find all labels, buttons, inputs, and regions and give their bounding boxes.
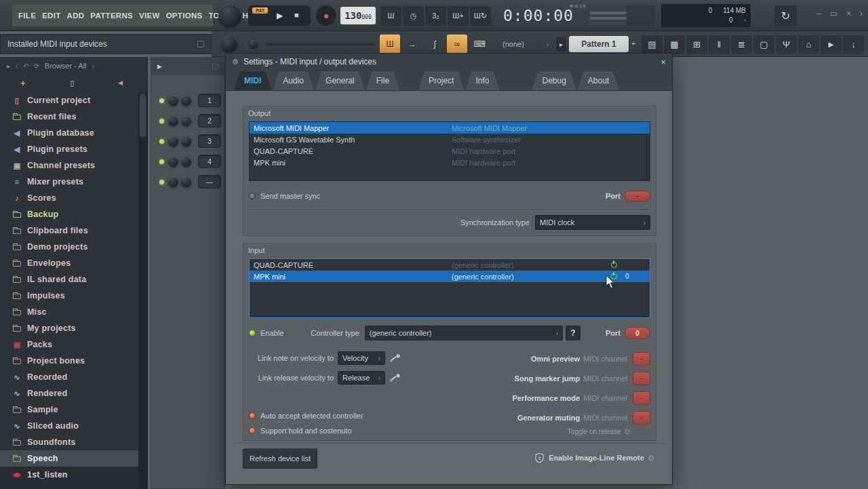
tab-debug[interactable]: Debug [532, 71, 576, 90]
controller-type-dropdown[interactable]: (generic controller) › [365, 326, 563, 340]
menu-edit[interactable]: EDIT [42, 12, 60, 20]
controller-select[interactable]: (none) › [498, 37, 553, 52]
browser-item-scores[interactable]: ♪Scores [0, 190, 138, 206]
browser-item-clipboard-files[interactable]: Clipboard files [0, 222, 138, 239]
blend-recording-icon[interactable]: Ш+ [448, 5, 469, 26]
tab-general[interactable]: General [315, 71, 365, 90]
up-icon[interactable]: ↑ [15, 62, 18, 70]
browser-item-sliced-audio[interactable]: ∿Sliced audio [0, 418, 138, 434]
tab-about[interactable]: About [578, 71, 619, 90]
volume-knob[interactable] [181, 116, 191, 126]
channel-led[interactable] [159, 119, 164, 123]
browser-item-current-project[interactable]: ▯Current project [0, 92, 138, 109]
track-number-button[interactable]: — [198, 175, 221, 189]
input-port-selector[interactable]: 0 [625, 327, 650, 339]
generator-muting-channel-selector[interactable]: – [633, 411, 650, 425]
input-device-row[interactable]: QUAD-CAPTURE(generic controller) [250, 259, 650, 271]
auto-accept-led[interactable] [249, 412, 256, 419]
rack-menu-icon[interactable] [212, 64, 218, 70]
browser-item-my-projects[interactable]: My projects [0, 320, 138, 336]
shuffle-knob[interactable] [221, 36, 237, 52]
lamp-icon[interactable]: ⌂ [798, 35, 819, 54]
browser-item-plugin-database[interactable]: ◀Plugin database [0, 125, 138, 141]
tab-info[interactable]: Info [465, 71, 499, 90]
input-device-row[interactable]: MPK mini(generic controller)0 [250, 271, 650, 282]
enable-led[interactable] [249, 330, 256, 336]
countdown-icon[interactable]: 3₂ [425, 5, 446, 26]
browser-item-mixer-presets[interactable]: ≡Mixer presets [0, 174, 138, 190]
pan-knob[interactable] [168, 157, 178, 167]
toggle-circle-icon[interactable]: ⊙ [648, 454, 654, 463]
browser-item-envelopes[interactable]: Envelopes [0, 255, 138, 271]
output-device-row[interactable]: Microsoft MIDI MapperMicrosoft MIDI Mapp… [250, 122, 650, 134]
power-icon[interactable] [611, 262, 617, 268]
browser-scrollbar[interactable] [138, 92, 147, 489]
more-icon[interactable]: › [860, 9, 863, 18]
volume-knob[interactable] [181, 136, 191, 146]
browser-item-recorded[interactable]: ∿Recorded [0, 369, 138, 385]
omni-preview-channel-selector[interactable]: – [633, 352, 650, 366]
browser-panel-icon[interactable]: ≣ [731, 35, 752, 54]
typing-keyboard-icon[interactable]: ⌨ [469, 35, 490, 54]
close-icon[interactable]: × [660, 57, 666, 67]
refresh-device-list-button[interactable]: Refresh device list [243, 448, 317, 469]
browser-item-soundfonts[interactable]: Soundfonts [0, 434, 138, 450]
piano-roll-icon[interactable]: ▦ [664, 35, 685, 54]
tab-file[interactable]: File [366, 71, 399, 90]
minimize-icon[interactable]: – [816, 9, 821, 18]
menu-options[interactable]: OPTIONS [166, 12, 203, 20]
output-port-selector[interactable]: – [625, 191, 650, 201]
link-release-dropdown[interactable]: Release › [338, 371, 385, 385]
channel-rack-icon[interactable]: ⊞ [686, 35, 707, 54]
track-number-button[interactable]: 3 [198, 134, 221, 148]
browser-item-packs[interactable]: ▣Packs [0, 336, 138, 353]
time-display[interactable]: 0:00:00 M:S:CS [503, 3, 586, 28]
reset-button[interactable]: ↻ [774, 5, 797, 26]
wait-for-input-icon[interactable]: ◷ [403, 5, 424, 26]
browser-item-il-shared-data[interactable]: IL shared data [0, 271, 138, 288]
sync-type-dropdown[interactable]: MIDI clock › [535, 215, 650, 230]
browser-item-partial[interactable] [0, 483, 138, 489]
undo-icon[interactable]: ↶ [23, 62, 28, 70]
record-button[interactable]: ● [316, 5, 336, 26]
menu-view[interactable]: VIEW [139, 12, 160, 20]
browser-item-channel-presets[interactable]: ▣Channel presets [0, 157, 138, 174]
stop-icon[interactable]: ■ [294, 11, 299, 19]
menu-file[interactable]: FILE [18, 12, 36, 20]
tab-project[interactable]: Project [418, 71, 464, 90]
file-icon[interactable]: ▯ [71, 79, 75, 87]
help-button[interactable]: ? [566, 326, 580, 340]
track-number-button[interactable]: 1 [198, 94, 221, 107]
volume-knob[interactable] [181, 177, 191, 187]
touch-icon[interactable]: ► [821, 35, 842, 54]
menu-patterns[interactable]: PATTERNS [90, 12, 133, 20]
plugin-picker-icon[interactable]: ▢ [753, 35, 774, 54]
mini-knob[interactable] [250, 40, 258, 48]
track-number-button[interactable]: 4 [198, 155, 221, 168]
browser-breadcrumb[interactable]: ▸↑↶⟳ Browser - All › [0, 57, 147, 75]
pattern-selector[interactable]: Pattern 1 [569, 36, 629, 52]
pan-knob[interactable] [168, 116, 178, 126]
mixer-icon[interactable]: ‖ [709, 35, 730, 54]
tab-audio[interactable]: Audio [273, 71, 314, 90]
tempo-display[interactable]: 130 000 [340, 7, 376, 24]
pattern-step-button[interactable]: ▸ [556, 37, 566, 52]
browser-item-plugin-presets[interactable]: ◀Plugin presets [0, 141, 138, 157]
browser-item-impulses[interactable]: Impulses [0, 288, 138, 304]
export-icon[interactable]: ↓ [843, 35, 864, 54]
play-icon[interactable]: ▶ [157, 63, 162, 70]
loop-record-icon[interactable]: Ш↻ [470, 5, 491, 26]
pattern-mode-button[interactable]: PAT [252, 7, 268, 14]
channel-led[interactable] [159, 139, 164, 144]
next-pattern-icon[interactable]: → [402, 35, 422, 54]
pan-knob[interactable] [168, 96, 178, 106]
browser-item-demo-projects[interactable]: Demo projects [0, 239, 138, 255]
channel-led[interactable] [159, 98, 164, 103]
browser-item-sample[interactable]: Sample [0, 402, 138, 418]
track-number-button[interactable]: 2 [198, 114, 221, 128]
browser-item-1st-listen[interactable]: 1st_listen [0, 467, 138, 483]
output-device-row[interactable]: MPK miniMIDI hardware port [250, 157, 650, 168]
browser-item-project-bones[interactable]: Project bones [0, 353, 138, 369]
restore-icon[interactable]: ▭ [830, 9, 837, 18]
plugin-icon[interactable]: ◀ [118, 79, 123, 86]
